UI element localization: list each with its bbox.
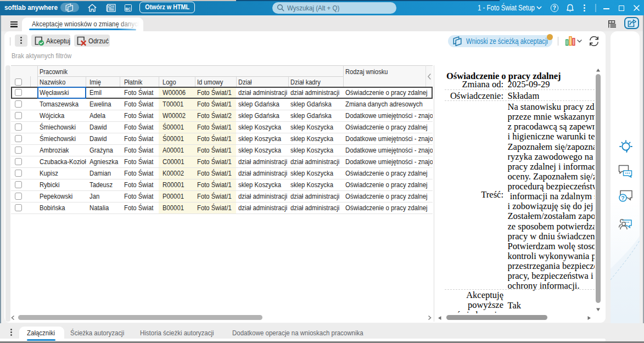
svg-text:?: ? (621, 195, 624, 201)
